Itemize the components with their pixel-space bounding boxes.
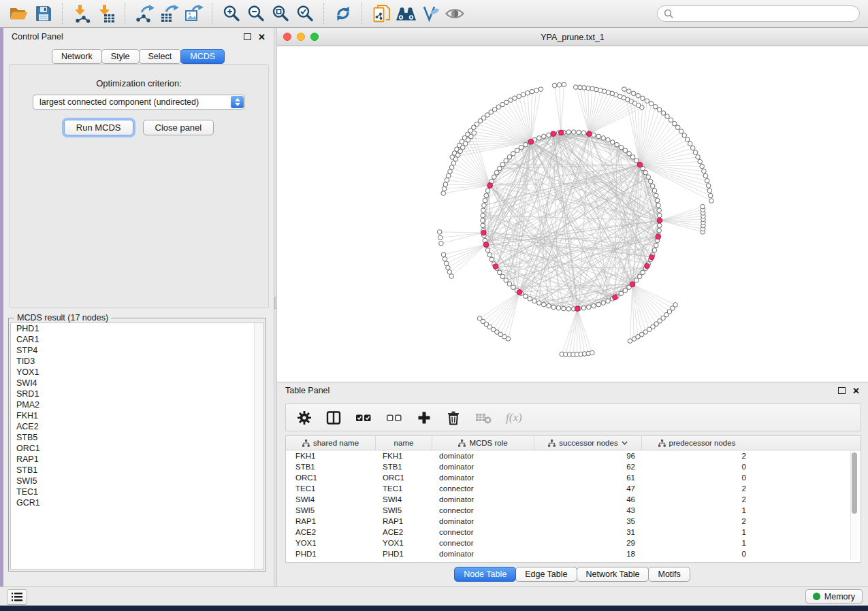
table-cell: 2 xyxy=(642,452,752,460)
close-table-panel-icon[interactable]: ✕ xyxy=(852,386,860,395)
import-network-icon[interactable] xyxy=(69,3,94,24)
table-panel-title: Table Panel xyxy=(285,386,329,395)
mcds-result-item[interactable]: RAP1 xyxy=(11,454,263,465)
column-header-mcds-role[interactable]: MCDS role xyxy=(432,436,534,450)
float-table-panel-icon[interactable] xyxy=(838,387,846,394)
tab-network[interactable]: Network xyxy=(52,49,102,64)
show-columns-icon[interactable] xyxy=(325,410,342,426)
hide-graphics-details-icon[interactable] xyxy=(418,3,443,24)
export-image-icon[interactable] xyxy=(181,3,206,24)
mcds-result-item[interactable]: FKH1 xyxy=(11,410,263,421)
zoom-selected-icon[interactable] xyxy=(293,3,317,24)
tab-node-table[interactable]: Node Table xyxy=(454,567,516,582)
mcds-result-item[interactable]: SWI5 xyxy=(11,476,263,486)
main-toolbar xyxy=(0,0,868,28)
select-all-checkboxes-icon[interactable] xyxy=(355,410,372,426)
optimization-criterion-select[interactable]: largest connected component (undirected) xyxy=(33,95,245,110)
mcds-result-item[interactable]: ACE2 xyxy=(11,421,263,432)
column-header-successor-nodes[interactable]: successor nodes xyxy=(534,436,642,450)
table-cell: 1 xyxy=(642,506,752,514)
network-graph[interactable] xyxy=(277,46,867,381)
zoom-in-icon[interactable] xyxy=(219,3,244,24)
refresh-layout-icon[interactable] xyxy=(331,3,355,24)
delete-columns-icon[interactable] xyxy=(445,410,462,426)
column-header-shared-name[interactable]: shared name xyxy=(286,436,376,450)
float-panel-icon[interactable] xyxy=(244,33,251,40)
tab-network-table[interactable]: Network Table xyxy=(577,567,649,582)
table-toolbar: f(x) xyxy=(285,403,861,431)
table-cell: STB1 xyxy=(376,463,432,471)
tab-motifs[interactable]: Motifs xyxy=(648,567,690,582)
mcds-result-item[interactable]: SWI4 xyxy=(11,378,263,389)
table-cell: YOX1 xyxy=(286,539,376,547)
mcds-result-item[interactable]: CAR1 xyxy=(11,334,263,345)
network-window-titlebar[interactable]: YPA_prune.txt_1 xyxy=(277,29,868,46)
mcds-result-item[interactable]: STB5 xyxy=(11,432,263,443)
table-cell: 62 xyxy=(534,463,642,471)
memory-label: Memory xyxy=(824,592,855,601)
table-row[interactable]: PHD1PHD1dominator180 xyxy=(286,548,861,559)
show-eye-icon[interactable] xyxy=(443,3,467,24)
column-header-name[interactable]: name xyxy=(376,436,432,450)
table-row[interactable]: YOX1YOX1connector291 xyxy=(286,538,861,548)
tab-style[interactable]: Style xyxy=(101,49,140,64)
zoom-out-icon[interactable] xyxy=(244,3,268,24)
table-cell: SWI4 xyxy=(376,495,432,503)
mcds-result-item[interactable]: TEC1 xyxy=(11,486,263,497)
clone-network-icon[interactable] xyxy=(369,3,393,24)
table-row[interactable]: RAP1RAP1dominator352 xyxy=(286,516,861,527)
table-cell: FKH1 xyxy=(376,452,432,460)
table-row[interactable]: FKH1FKH1dominator962 xyxy=(286,450,861,461)
mcds-result-item[interactable]: YOX1 xyxy=(11,367,263,378)
column-header-predecessor-nodes[interactable]: predecessor nodes xyxy=(642,436,752,450)
window-zoom-light[interactable] xyxy=(310,33,319,41)
mcds-result-item[interactable]: PMA2 xyxy=(11,399,263,410)
close-panel-button[interactable]: Close panel xyxy=(143,120,214,135)
task-history-button[interactable] xyxy=(7,589,27,605)
table-row[interactable]: ORC1ORC1dominator610 xyxy=(286,472,861,483)
window-minimize-light[interactable] xyxy=(297,33,305,41)
delete-table-icon[interactable] xyxy=(475,410,493,426)
zoom-fit-icon[interactable] xyxy=(268,3,293,24)
sitemap-icon xyxy=(658,440,666,447)
close-panel-icon[interactable]: ✕ xyxy=(258,33,266,42)
table-row[interactable]: STB1STB1dominator620 xyxy=(286,461,861,472)
desktop-background-bottom xyxy=(0,606,868,611)
export-table-icon[interactable] xyxy=(157,3,181,24)
mcds-result-item[interactable]: ORC1 xyxy=(11,443,263,454)
mcds-result-item[interactable]: STP4 xyxy=(11,345,263,356)
memory-button[interactable]: Memory xyxy=(805,589,863,604)
table-cell: ACE2 xyxy=(376,528,432,536)
table-settings-icon[interactable] xyxy=(296,410,312,426)
table-cell: 0 xyxy=(642,474,752,482)
mcds-list-scrollbar[interactable] xyxy=(254,323,263,569)
mcds-result-item[interactable]: STB1 xyxy=(11,465,263,476)
add-column-icon[interactable] xyxy=(416,410,432,426)
search-input[interactable] xyxy=(677,8,853,19)
mcds-result-item[interactable]: SRD1 xyxy=(11,389,263,399)
table-row[interactable]: SWI5SWI5connector431 xyxy=(286,505,861,516)
clear-checkboxes-icon[interactable] xyxy=(385,410,403,426)
mcds-result-item[interactable]: GCR1 xyxy=(11,497,263,508)
window-close-light[interactable] xyxy=(283,33,291,41)
table-row[interactable]: TEC1TEC1connector472 xyxy=(286,483,861,494)
export-network-icon[interactable] xyxy=(132,3,157,24)
mcds-result-list[interactable]: PHD1CAR1STP4TID3YOX1SWI4SRD1PMA2FKH1ACE2… xyxy=(10,323,264,569)
open-file-icon[interactable] xyxy=(7,3,31,24)
search-network-icon[interactable] xyxy=(393,3,418,24)
network-canvas[interactable] xyxy=(277,46,868,382)
import-table-icon[interactable] xyxy=(94,3,118,24)
mcds-result-item[interactable]: TID3 xyxy=(11,356,263,367)
table-scrollbar-thumb[interactable] xyxy=(852,452,857,514)
save-session-icon[interactable] xyxy=(31,3,56,24)
table-row[interactable]: SWI4SWI4dominator462 xyxy=(286,494,861,505)
run-mcds-button[interactable]: Run MCDS xyxy=(64,120,133,135)
mcds-result-item[interactable]: PHD1 xyxy=(11,323,263,334)
function-builder-icon[interactable]: f(x) xyxy=(506,411,522,425)
table-scrollbar[interactable] xyxy=(850,451,858,560)
table-cell: 2 xyxy=(642,517,752,525)
tab-edge-table[interactable]: Edge Table xyxy=(515,567,577,582)
tab-select[interactable]: Select xyxy=(139,49,182,64)
table-row[interactable]: ACE2ACE2connector311 xyxy=(286,527,861,538)
tab-mcds[interactable]: MCDS xyxy=(180,49,225,64)
